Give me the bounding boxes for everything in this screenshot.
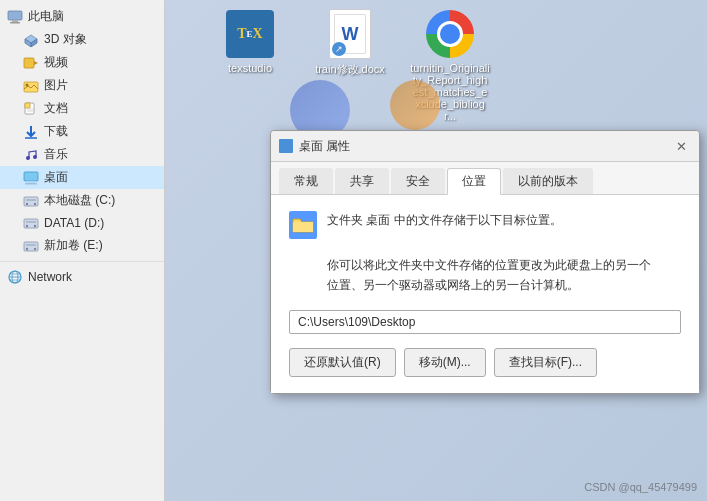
svg-point-24 (34, 202, 36, 204)
svg-rect-1 (12, 20, 18, 22)
network-icon (6, 269, 24, 285)
svg-point-9 (26, 83, 29, 86)
documents-icon (22, 101, 40, 117)
svg-rect-11 (25, 103, 30, 108)
watermark: CSDN @qq_45479499 (584, 481, 697, 493)
svg-marker-7 (34, 61, 38, 65)
sidebar-label-network: Network (28, 270, 72, 284)
pictures-icon (22, 78, 40, 94)
tab-previous-versions[interactable]: 以前的版本 (503, 168, 593, 194)
texstudio-label: texstudio (228, 62, 272, 74)
computer-icon (6, 9, 24, 25)
video-icon (22, 55, 40, 71)
dialog-title-icon (279, 139, 293, 153)
svg-rect-0 (8, 11, 22, 20)
svg-rect-2 (10, 22, 20, 24)
path-input-row (289, 310, 681, 334)
sidebar-item-downloads[interactable]: 下载 (0, 120, 164, 143)
description-text: 你可以将此文件夹中文件存储的位置更改为此硬盘上的另一个 位置、另一个驱动器或网络… (289, 255, 681, 296)
music-icon (22, 147, 40, 163)
sidebar-item-desktop[interactable]: 桌面 (0, 166, 164, 189)
docx-icon: ↗ W (326, 10, 374, 58)
explorer-sidebar: 此电脑 3D 对象 视频 图 (0, 0, 165, 501)
dialog-title-left: 桌面 属性 (279, 138, 350, 155)
tab-general[interactable]: 常规 (279, 168, 333, 194)
sidebar-item-new-volume-e[interactable]: 新加卷 (E:) (0, 234, 164, 257)
svg-point-28 (34, 225, 36, 227)
sidebar-item-network[interactable]: Network (0, 266, 164, 288)
dialog-close-button[interactable]: ✕ (671, 137, 691, 155)
svg-point-23 (26, 202, 28, 204)
sidebar-item-this-pc[interactable]: 此电脑 (0, 5, 164, 28)
svg-point-27 (26, 225, 28, 227)
sidebar-label-data1-d: DATA1 (D:) (44, 216, 104, 230)
3d-objects-icon (22, 32, 40, 48)
dialog-title-text: 桌面 属性 (299, 138, 350, 155)
sidebar-item-video[interactable]: 视频 (0, 51, 164, 74)
sidebar-item-pictures[interactable]: 图片 (0, 74, 164, 97)
move-button[interactable]: 移动(M)... (404, 348, 486, 377)
chrome-icon (426, 10, 474, 58)
content-banner: 文件夹 桌面 中的文件存储于以下目标位置。 (289, 211, 681, 239)
properties-dialog: 桌面 属性 ✕ 常规 共享 安全 位置 以前的版本 文件夹 桌面 中的文件存储于… (270, 130, 700, 394)
desktop-icon-texstudio[interactable]: TEX texstudio (210, 10, 290, 122)
svg-rect-20 (25, 183, 37, 185)
sidebar-label-local-disk-c: 本地磁盘 (C:) (44, 192, 115, 209)
sidebar-label-new-volume-e: 新加卷 (E:) (44, 237, 103, 254)
banner-text: 文件夹 桌面 中的文件存储于以下目标位置。 (327, 211, 562, 229)
drive-d-icon (22, 215, 40, 231)
drive-e-icon (22, 238, 40, 254)
sidebar-label-music: 音乐 (44, 146, 68, 163)
svg-rect-26 (26, 221, 36, 223)
sidebar-label-3d-objects: 3D 对象 (44, 31, 87, 48)
sidebar-label-downloads: 下载 (44, 123, 68, 140)
tab-security[interactable]: 安全 (391, 168, 445, 194)
svg-point-31 (26, 247, 28, 249)
svg-rect-18 (24, 172, 38, 181)
dialog-content: 文件夹 桌面 中的文件存储于以下目标位置。 你可以将此文件夹中文件存储的位置更改… (271, 195, 699, 393)
desktop-icons-area: TEX texstudio ↗ W train修改.docx turnitin_… (200, 0, 500, 132)
svg-point-16 (26, 156, 30, 160)
sidebar-item-music[interactable]: 音乐 (0, 143, 164, 166)
sidebar-item-data1-d[interactable]: DATA1 (D:) (0, 212, 164, 234)
svg-rect-6 (24, 58, 34, 68)
sidebar-label-documents: 文档 (44, 100, 68, 117)
find-target-button[interactable]: 查找目标(F)... (494, 348, 597, 377)
sidebar-item-documents[interactable]: 文档 (0, 97, 164, 120)
texstudio-icon: TEX (226, 10, 274, 58)
sidebar-item-local-disk-c[interactable]: 本地磁盘 (C:) (0, 189, 164, 212)
tab-location[interactable]: 位置 (447, 168, 501, 195)
docx-label: train修改.docx (315, 62, 385, 77)
svg-point-32 (34, 247, 36, 249)
svg-rect-22 (26, 199, 36, 201)
banner-folder-icon (289, 211, 317, 239)
desktop-icon-sidebar (22, 170, 40, 186)
sidebar-label-this-pc: 此电脑 (28, 8, 64, 25)
svg-point-17 (33, 155, 37, 159)
sidebar-label-desktop: 桌面 (44, 169, 68, 186)
sidebar-label-pictures: 图片 (44, 77, 68, 94)
restore-default-button[interactable]: 还原默认值(R) (289, 348, 396, 377)
sidebar-label-video: 视频 (44, 54, 68, 71)
dialog-tabs: 常规 共享 安全 位置 以前的版本 (271, 162, 699, 195)
svg-rect-30 (26, 244, 36, 246)
dialog-buttons: 还原默认值(R) 移动(M)... 查找目标(F)... (289, 348, 681, 377)
dialog-titlebar: 桌面 属性 ✕ (271, 131, 699, 162)
tab-share[interactable]: 共享 (335, 168, 389, 194)
sidebar-item-3d-objects[interactable]: 3D 对象 (0, 28, 164, 51)
svg-rect-19 (27, 181, 35, 183)
path-input[interactable] (289, 310, 681, 334)
drive-c-icon (22, 193, 40, 209)
sidebar-divider (0, 261, 164, 262)
downloads-icon (22, 124, 40, 140)
